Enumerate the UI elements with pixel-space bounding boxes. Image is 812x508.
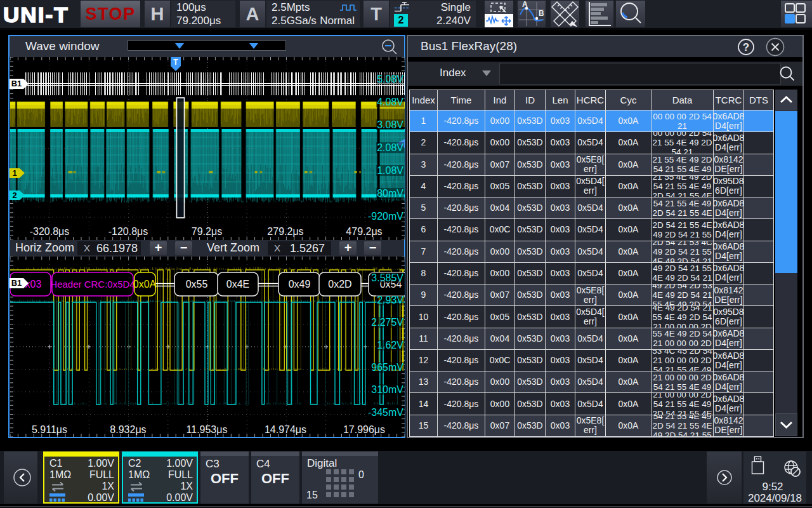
svg-text:0x2D: 0x2D — [328, 279, 351, 290]
svg-text:B: B — [539, 9, 544, 18]
svg-text:T: T — [173, 58, 178, 67]
svg-text:0x0A: 0x0A — [133, 279, 157, 290]
svg-text:0x49: 0x49 — [289, 279, 311, 290]
svg-text:0x55: 0x55 — [186, 279, 208, 290]
svg-text:A: A — [522, 1, 528, 9]
svg-text:?: ? — [743, 41, 749, 53]
svg-text:Header CRC:0x5D4: Header CRC:0x5D4 — [50, 279, 134, 290]
svg-text:0x4E: 0x4E — [226, 279, 249, 290]
